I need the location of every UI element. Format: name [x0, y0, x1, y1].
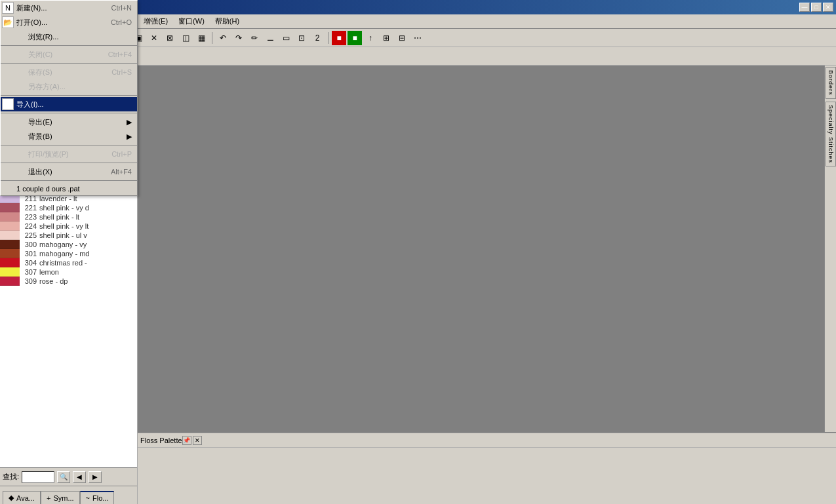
color-name: mahogany - vy	[39, 241, 137, 248]
color-row[interactable]: 223 shell pink - lt	[0, 212, 137, 222]
menu-exit[interactable]: 退出(X) Alt+F4	[1, 165, 137, 179]
tb-btn-18[interactable]: ⊟	[395, 31, 409, 45]
left-panel: N 新建(N)... Ctrl+N 📂 打开(O)... Ctrl+O 浏览(R…	[0, 66, 138, 504]
tb-btn-9[interactable]: ✏	[247, 31, 262, 45]
tb-btn-14[interactable]: ■	[332, 31, 346, 45]
color-row[interactable]: 221 shell pink - vy d	[0, 203, 137, 212]
color-row[interactable]: 307 lemon	[0, 267, 137, 277]
tb-btn-17[interactable]: ⊞	[379, 31, 393, 45]
color-swatch	[0, 222, 20, 231]
floss-palette-title: Floss Palette	[140, 436, 182, 444]
right-panel: Borders Specialty Stitches	[824, 66, 836, 432]
floss-close-button[interactable]: ✕	[193, 436, 202, 445]
prev-button[interactable]: ◀	[73, 471, 86, 483]
bottom-tabs: ◆ Ava... + Sym... ~ Flo...	[0, 486, 137, 504]
menu-background[interactable]: 背景(B) ▶	[1, 129, 137, 144]
tab-symbols[interactable]: + Sym...	[41, 491, 80, 504]
separator-3	[212, 32, 212, 44]
menu-help[interactable]: 帮助(H)	[210, 15, 245, 28]
tb-btn-7[interactable]: ↶	[216, 31, 230, 45]
color-name: rose - dp	[39, 277, 137, 285]
color-number: 304	[20, 259, 39, 267]
menu-enhance[interactable]: 增强(E)	[138, 15, 173, 28]
tb-btn-5[interactable]: ◫	[178, 31, 193, 45]
sep-7	[1, 180, 137, 181]
window-controls: — □ ✕	[799, 3, 833, 12]
color-swatch	[0, 212, 20, 222]
search-button[interactable]: 🔍	[57, 471, 70, 483]
color-number: 223	[20, 213, 39, 221]
color-name: shell pink - lt	[39, 213, 137, 221]
right-tab-borders[interactable]: Borders	[826, 67, 836, 99]
tab-available[interactable]: ◆ Ava...	[3, 491, 41, 504]
color-swatch	[0, 258, 20, 267]
tb-btn-13[interactable]: 2	[310, 31, 325, 45]
sep-3	[1, 95, 137, 96]
maximize-button[interactable]: □	[811, 3, 822, 12]
tb-btn-4[interactable]: ⊠	[163, 31, 177, 45]
tb-btn-12[interactable]: ⊡	[294, 31, 309, 45]
color-row[interactable]: 224 shell pink - vy lt	[0, 222, 137, 231]
file-menu: N 新建(N)... Ctrl+N 📂 打开(O)... Ctrl+O 浏览(R…	[0, 66, 138, 196]
color-row[interactable]: 309 rose - dp	[0, 277, 137, 286]
floss-icon: ~	[86, 494, 90, 502]
floss-palette-header: Floss Palette 📌 ✕	[138, 433, 836, 448]
color-swatch	[0, 277, 20, 286]
tb-btn-11[interactable]: ▭	[279, 31, 293, 45]
color-swatch	[0, 231, 20, 240]
canvas-area[interactable]	[138, 66, 824, 432]
tb-btn-6[interactable]: ▦	[194, 31, 209, 45]
color-name: shell pink - ul v	[39, 231, 137, 239]
close-button[interactable]: ✕	[823, 3, 833, 12]
minimize-button[interactable]: —	[799, 3, 810, 12]
symbols-icon: +	[47, 494, 50, 502]
right-tab-specialty[interactable]: Specialty Stitches	[826, 102, 836, 166]
tb-btn-15[interactable]: ■	[348, 31, 362, 45]
search-bar: 查找: 🔍 ◀ ▶	[0, 467, 137, 486]
color-number: 300	[20, 241, 39, 248]
sep-4	[1, 113, 137, 113]
color-swatch	[0, 249, 20, 258]
color-number: 224	[20, 222, 39, 230]
color-row[interactable]: 300 mahogany - vy	[0, 240, 137, 249]
color-swatch	[0, 203, 20, 212]
color-swatch	[0, 267, 20, 277]
available-label: Ava...	[16, 494, 35, 502]
color-swatch	[0, 240, 20, 249]
color-number: 301	[20, 250, 39, 258]
tb-btn-19[interactable]: ⋯	[410, 31, 425, 45]
color-row[interactable]: 301 mahogany - md	[0, 249, 137, 258]
available-icon: ◆	[9, 494, 14, 502]
next-button[interactable]: ▶	[89, 471, 102, 483]
export-arrow: ▶	[127, 118, 132, 126]
tb-btn-16[interactable]: ↑	[363, 31, 378, 45]
sep-6	[1, 163, 137, 163]
color-name: shell pink - vy lt	[39, 222, 137, 230]
color-number: 225	[20, 231, 39, 239]
top-panels: Borders Specialty Stitches	[138, 66, 836, 432]
recent-file-1[interactable]: 1 couple d ours .pat	[1, 182, 137, 195]
main-content: Borders Specialty Stitches Floss Palette…	[138, 66, 836, 504]
tb-btn-10[interactable]: ⚊	[263, 31, 277, 45]
menu-export[interactable]: 导出(E) ▶	[1, 115, 137, 129]
color-row[interactable]: 304 christmas red -	[0, 258, 137, 267]
tb-btn-8[interactable]: ↷	[231, 31, 246, 45]
color-number: 221	[20, 204, 39, 212]
floss-pin-button[interactable]: 📌	[182, 436, 191, 445]
floss-label: Flo...	[92, 494, 108, 502]
menu-window[interactable]: 窗口(W)	[173, 15, 210, 28]
sep-5	[1, 145, 137, 145]
tb-btn-3[interactable]: ✕	[147, 31, 161, 45]
menu-saveas: 另存方(A)...	[1, 79, 137, 94]
floss-palette-panel: Floss Palette 📌 ✕	[138, 432, 836, 504]
color-name: christmas red -	[39, 259, 137, 267]
color-number: 307	[20, 268, 39, 276]
search-label: 查找:	[3, 472, 19, 482]
search-input[interactable]	[22, 471, 54, 483]
tab-floss[interactable]: ~ Flo...	[80, 491, 115, 504]
background-arrow: ▶	[127, 132, 132, 141]
menu-print: 打印/预览(P) Ctrl+P	[1, 147, 137, 161]
menu-import[interactable]: I 导入(I)...	[1, 97, 137, 111]
color-name: shell pink - vy d	[39, 204, 137, 212]
color-row[interactable]: 225 shell pink - ul v	[0, 231, 137, 240]
